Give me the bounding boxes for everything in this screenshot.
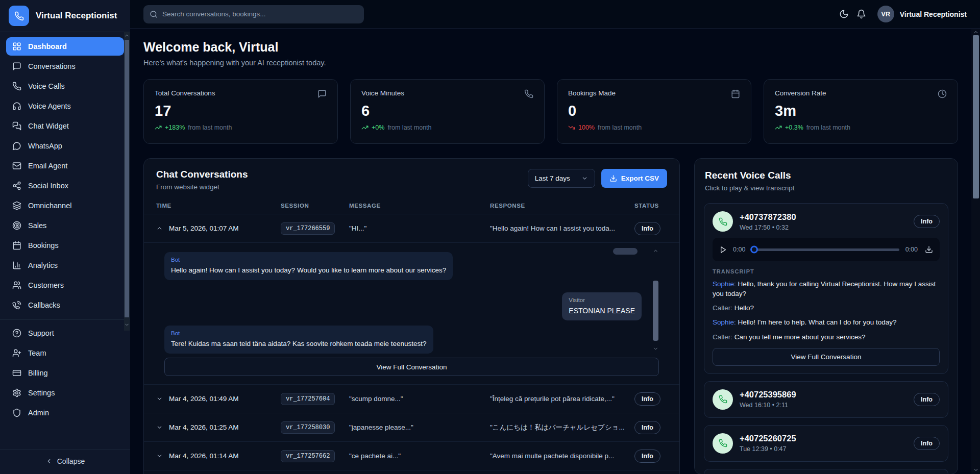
sidebar-item-voice-calls[interactable]: Voice Calls [6,77,124,95]
visitor-message-bubble: Visitor ESTONIAN PLEASE [562,292,642,321]
column-status: STATUS [634,203,667,209]
chevron-up-icon [156,225,163,232]
row-message: "japanesse please..." [349,423,490,431]
chevron-up-icon[interactable] [124,33,130,38]
sidebar-item-voice-agents[interactable]: Voice Agents [6,97,124,115]
headphones-icon [12,102,21,111]
sidebar-item-label: Sales [28,221,46,230]
chevron-up-icon[interactable] [973,29,979,35]
stat-delta-note: from last month [387,124,431,131]
voice-call-card[interactable]: +40725260725 Tue 12:39 • 0:47 Info [704,425,948,462]
sidebar-item-admin[interactable]: Admin [6,404,124,422]
row-message: "ce pachete ai..." [349,452,490,460]
stat-label: Voice Minutes [361,89,404,97]
audio-player: 0:00 0:00 [713,238,940,261]
voice-call-card[interactable]: +40725395869 Wed 16:10 • 2:11 Info [704,381,948,418]
voice-call-card-partial [704,469,948,474]
call-number: +40725395869 [740,390,796,400]
search-box[interactable] [143,5,364,23]
sidebar-item-omnichannel[interactable]: Omnichannel [6,196,124,215]
call-number: +40725260725 [740,434,796,443]
voice-call-card[interactable]: +40737872380 Wed 17:50 • 0:32 Info 0:00 … [704,203,948,374]
calendar-icon [12,241,21,250]
theme-toggle-button[interactable] [836,6,853,23]
call-avatar [713,389,733,410]
table-row[interactable]: Mar 5, 2026, 01:07 AM vr_177266559 "HI..… [144,214,679,243]
sidebar-item-label: Admin [28,409,49,417]
date-range-select[interactable]: Last 7 days [528,169,595,188]
chevron-down-icon[interactable] [653,346,658,352]
info-button[interactable]: Info [914,393,940,406]
sidebar-item-dashboard[interactable]: Dashboard [6,37,124,56]
chevron-down-icon[interactable] [124,322,130,328]
sidebar-item-whatsapp[interactable]: WhatsApp [6,137,124,155]
seek-slider[interactable] [751,248,899,251]
call-meta: Wed 17:50 • 0:32 [740,224,796,231]
download-recording-button[interactable] [925,245,933,254]
shield-icon [12,408,21,417]
sidebar-item-callbacks[interactable]: Callbacks [6,296,124,314]
info-button[interactable]: Info [634,222,660,235]
info-button[interactable]: Info [914,215,940,228]
info-button[interactable]: Info [634,450,660,463]
window-scrollbar[interactable] [971,29,980,474]
sidebar-item-customers[interactable]: Customers [6,276,124,294]
collapse-button[interactable]: Collapse [0,449,130,474]
row-response: "Avem mai multe pachete disponibile p... [490,452,634,460]
sidebar-item-bookings[interactable]: Bookings [6,236,124,255]
sidebar-secondary-nav: Support Team Billing Settings Admin [0,322,130,425]
trending-up-icon [361,124,369,131]
view-full-conversation-button[interactable]: View Full Conversation [164,358,659,376]
sidebar-item-social-inbox[interactable]: Social Inbox [6,177,124,195]
sidebar-item-billing[interactable]: Billing [6,364,124,382]
info-button[interactable]: Info [634,421,660,434]
sidebar-item-email-agent[interactable]: Email Agent [6,157,124,175]
chevron-down-icon[interactable] [973,467,979,473]
export-csv-label: Export CSV [621,174,659,182]
export-csv-button[interactable]: Export CSV [601,169,667,188]
sidebar-item-support[interactable]: Support [6,324,124,342]
help-circle-icon [12,329,21,338]
column-time: TIME [156,203,281,209]
sidebar-scrollbar[interactable] [124,32,130,331]
sidebar-item-analytics[interactable]: Analytics [6,256,124,275]
sidebar-item-team[interactable]: Team [6,344,124,362]
user-avatar[interactable]: VR [877,6,894,22]
sidebar-item-sales[interactable]: Sales [6,216,124,235]
sidebar-scrollbar-thumb[interactable] [125,40,129,317]
sidebar-nav: Dashboard Conversations Voice Calls Voic… [0,32,130,317]
messages-scrollbar-thumb[interactable] [653,281,658,341]
sidebar-item-conversations[interactable]: Conversations [6,57,124,76]
download-icon [609,174,617,182]
sidebar-item-label: Email Agent [28,162,67,170]
message-square-icon [317,89,327,98]
messages-scrollbar[interactable] [652,247,659,352]
table-row-partial [144,470,679,474]
notifications-button[interactable] [853,6,870,23]
topbar-right: VR Virtual Receptionist [836,6,967,23]
sidebar-divider [0,319,130,320]
table-row[interactable]: Mar 4, 2026, 01:49 AM vr_177257604 "scum… [144,385,679,413]
table-row[interactable]: Mar 4, 2026, 01:25 AM vr_177258030 "japa… [144,413,679,442]
sidebar-item-chat-widget[interactable]: Chat Widget [6,117,124,135]
window-scrollbar-thumb[interactable] [973,35,979,198]
seek-slider-handle[interactable] [750,246,758,254]
table-row[interactable]: Mar 4, 2026, 01:14 AM vr_177257662 "ce p… [144,442,679,470]
sidebar-item-settings[interactable]: Settings [6,384,124,402]
sidebar-item-label: Billing [28,369,48,377]
transcript-speaker: Caller: [713,304,732,312]
view-full-conversation-button[interactable]: View Full Conversation [713,348,940,366]
moon-icon [839,9,849,19]
session-badge: vr_177257604 [281,393,335,405]
transcript-text: Hello! I'm here to help. What can I do f… [738,318,897,326]
trending-up-icon [775,124,782,131]
message-square-icon [12,62,21,71]
search-input[interactable] [162,10,358,18]
info-button[interactable]: Info [914,437,940,450]
chevron-up-icon[interactable] [653,248,658,254]
transcript-line: Caller: Hello? [713,303,940,313]
info-button[interactable]: Info [634,392,660,406]
stat-card-voice-minutes: Voice Minutes 6 +0% from last month [350,79,545,144]
play-button[interactable] [719,246,727,254]
phone-icon [524,89,533,98]
